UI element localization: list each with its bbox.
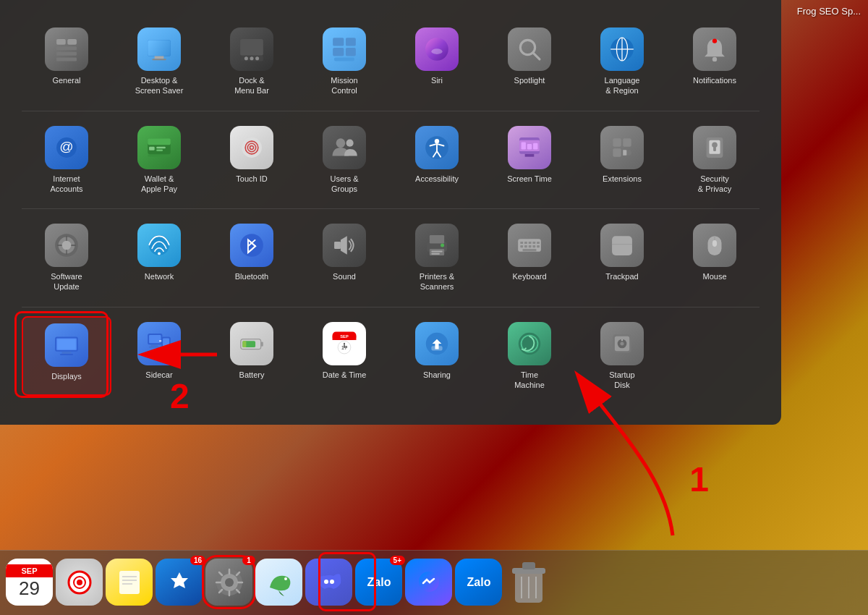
- pref-mouse-label: Mouse: [702, 271, 726, 281]
- pref-datetime[interactable]: SEP 17 Date & Time: [299, 316, 389, 396]
- pref-sidecar[interactable]: Sidecar: [114, 316, 204, 396]
- svg-rect-32: [148, 138, 171, 145]
- pref-keyboard[interactable]: Keyboard: [485, 218, 574, 298]
- screentime-icon: [508, 126, 551, 169]
- svg-rect-3: [56, 52, 77, 56]
- dock-appstore-icon[interactable]: [156, 559, 203, 606]
- svg-rect-82: [523, 249, 537, 251]
- sound-icon: [323, 224, 366, 267]
- svg-rect-73: [524, 242, 527, 244]
- wallet-icon: [137, 126, 181, 169]
- accessibility-icon: [415, 126, 459, 169]
- pref-desktop[interactable]: Desktop &Screen Saver: [114, 22, 204, 102]
- dock-item-messenger[interactable]: [405, 559, 452, 606]
- svg-rect-48: [522, 142, 526, 149]
- svg-rect-102: [242, 341, 246, 347]
- prefs-grid: General Desktop &Screen Saver: [14, 14, 767, 403]
- pref-mouse[interactable]: Mouse: [670, 218, 760, 298]
- dock-item-notes[interactable]: [106, 559, 153, 606]
- pref-internet[interactable]: @ InternetAccounts: [22, 120, 111, 200]
- svg-rect-0: [56, 39, 66, 45]
- dock-items-container: SEP 29: [0, 559, 558, 611]
- pref-dock[interactable]: Dock &Menu Bar: [207, 22, 297, 102]
- pref-notifications[interactable]: Notifications: [670, 22, 760, 102]
- pref-wallet[interactable]: Wallet &Apple Pay: [114, 120, 204, 200]
- pref-language[interactable]: Language& Region: [577, 22, 667, 102]
- dock-calendar-icon[interactable]: SEP 29: [6, 559, 53, 606]
- pref-siri-label: Siri: [431, 75, 443, 85]
- pref-language-label: Language& Region: [605, 75, 640, 96]
- dock-messenger-icon[interactable]: [405, 559, 452, 606]
- pref-screentime[interactable]: Screen Time: [485, 120, 574, 200]
- pref-desktop-label: Desktop &Screen Saver: [135, 75, 184, 96]
- pref-softwareupdate[interactable]: SoftwareUpdate: [22, 218, 111, 298]
- svg-rect-74: [529, 242, 532, 244]
- pref-accessibility[interactable]: Accessibility: [392, 120, 482, 200]
- svg-point-132: [284, 577, 287, 580]
- svg-point-20: [431, 48, 442, 54]
- pref-general[interactable]: General: [22, 22, 111, 102]
- pref-timemachine[interactable]: TimeMachine: [485, 316, 574, 396]
- svg-rect-78: [524, 245, 527, 247]
- svg-rect-14: [333, 38, 344, 46]
- cal-date: 29: [19, 577, 40, 600]
- cal-month: SEP: [6, 564, 53, 577]
- dock-zalo2-icon[interactable]: Zalo: [455, 559, 502, 606]
- spotlight-icon: [508, 27, 551, 71]
- dock-item-systemprefs[interactable]: 1: [205, 559, 252, 606]
- pref-mission[interactable]: MissionControl: [299, 22, 389, 102]
- svg-rect-76: [537, 242, 540, 244]
- pref-security[interactable]: Security& Privacy: [670, 120, 760, 200]
- pref-battery[interactable]: Battery: [207, 316, 297, 396]
- pref-bluetooth[interactable]: Bluetooth: [207, 218, 297, 298]
- svg-rect-125: [119, 571, 140, 594]
- pref-network-label: Network: [145, 271, 174, 281]
- dock-notes-icon[interactable]: [106, 559, 153, 606]
- mission-icon: [323, 27, 366, 71]
- notifications-icon: [693, 27, 736, 71]
- svg-rect-112: [431, 346, 442, 350]
- pref-extensions[interactable]: Extensions: [577, 120, 667, 200]
- dock-item-trash[interactable]: [505, 559, 552, 606]
- svg-text:@: @: [59, 139, 73, 154]
- svg-point-63: [240, 234, 263, 257]
- battery-icon: [230, 322, 273, 365]
- svg-rect-72: [520, 242, 523, 244]
- bluetooth-icon: [230, 224, 273, 267]
- pref-siri[interactable]: Siri: [392, 22, 482, 102]
- dock-focus-icon[interactable]: [56, 559, 103, 606]
- pref-sound[interactable]: Sound: [299, 218, 389, 298]
- pref-timemachine-label: TimeMachine: [514, 370, 545, 391]
- pref-printers[interactable]: Printers &Scanners: [392, 218, 482, 298]
- datetime-icon: SEP 17: [323, 322, 366, 365]
- dock-trash-icon[interactable]: [505, 559, 552, 606]
- svg-rect-83: [612, 237, 632, 256]
- pref-sharing-label: Sharing: [423, 370, 451, 380]
- pref-network[interactable]: Network: [114, 218, 204, 298]
- dock-item-focus[interactable]: [56, 559, 103, 606]
- pref-users-label: Users &Groups: [330, 174, 358, 195]
- pref-battery-label: Battery: [239, 370, 265, 380]
- dock-systemprefs-icon[interactable]: [205, 559, 252, 606]
- pref-trackpad[interactable]: Trackpad: [577, 218, 667, 298]
- svg-rect-66: [430, 235, 444, 243]
- dock-item-zalo2[interactable]: Zalo: [455, 559, 502, 606]
- svg-rect-35: [156, 149, 163, 151]
- pref-startup[interactable]: StartupDisk: [577, 316, 667, 396]
- touchid-icon: [230, 126, 273, 169]
- dock-zalo1-badge: 5+: [390, 556, 405, 565]
- dock-bird-icon[interactable]: [255, 559, 302, 606]
- pref-touchid[interactable]: Touch ID: [207, 120, 297, 200]
- svg-rect-18: [334, 57, 354, 61]
- dock-item-calendar[interactable]: SEP 29: [6, 559, 53, 606]
- displays-highlight-box: [14, 311, 109, 398]
- svg-rect-94: [149, 335, 161, 343]
- pref-spotlight[interactable]: Spotlight: [485, 22, 574, 102]
- svg-rect-140: [522, 562, 535, 569]
- dock-item-appstore[interactable]: 16: [156, 559, 203, 606]
- dock-item-bird[interactable]: [255, 559, 302, 606]
- pref-sharing[interactable]: Sharing: [392, 316, 482, 396]
- svg-point-87: [712, 240, 717, 247]
- pref-mission-label: MissionControl: [331, 75, 357, 96]
- pref-users[interactable]: Users &Groups: [299, 120, 389, 200]
